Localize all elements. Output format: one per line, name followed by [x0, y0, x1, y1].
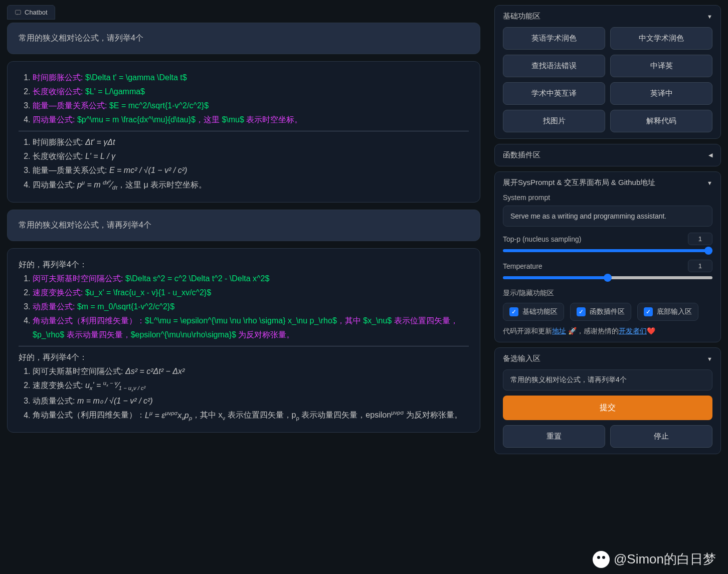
checkbox-item[interactable]: ✓基础功能区	[503, 303, 564, 321]
user-message: 常用的狭义相对论公式，请再列举4个	[7, 210, 480, 241]
panel-title: 函数插件区	[503, 150, 540, 160]
formula-item: 速度变换公式: $u_x' = \frac{u_x - v}{1 - u_xv/…	[33, 286, 469, 300]
panel-plugins-header[interactable]: 函数插件区 ◀	[503, 150, 712, 160]
formula-item: 动质量公式: $m = m_0/\sqrt{1-v^2/c^2}$	[33, 300, 469, 314]
checkbox-item[interactable]: ✓底部输入区	[637, 303, 698, 321]
formula-item: 长度收缩公式: L' = L / γ	[33, 149, 469, 163]
function-button[interactable]: 英译中	[610, 82, 712, 105]
formula-item: 能量—质量关系公式: E = mc² / √(1 − v² / c²)	[33, 163, 469, 177]
function-button[interactable]: 查找语法错误	[503, 55, 605, 77]
function-button[interactable]: 找图片	[503, 110, 605, 132]
function-button[interactable]: 解释代码	[610, 110, 712, 132]
bot-message: 好的，再列举4个： 闵可夫斯基时空间隔公式: $\Delta s^2 = c^2…	[7, 248, 480, 433]
bot-message: 时间膨胀公式: $\Delta t' = \gamma \Delta t$长度收…	[7, 61, 480, 203]
tab-label: Chatbot	[25, 9, 48, 16]
temperature-label: Temperature	[503, 262, 542, 270]
watermark: @Simon的白日梦	[593, 550, 716, 568]
system-prompt-input[interactable]	[503, 206, 712, 227]
formula-item: 四动量公式: pμ = m dxμ⁄dτ，这里 μ 表示时空坐标。	[33, 177, 469, 193]
formula-item: 速度变换公式: ux' = ux − v⁄1 − uxv / c²	[33, 378, 469, 394]
checkbox-icon: ✓	[509, 307, 518, 316]
function-button[interactable]: 学术中英互译	[503, 82, 605, 105]
formula-item: 闵可夫斯基时空间隔公式: $\Delta s^2 = c^2 \Delta t^…	[33, 272, 469, 286]
temperature-value: 1	[688, 260, 712, 272]
panel-sysprompt-header[interactable]: 展开SysPrompt & 交互界面布局 & Github地址 ▼	[503, 178, 712, 187]
chevron-down-icon: ▼	[707, 180, 712, 186]
formula-item: 时间膨胀公式: $\Delta t' = \gamma \Delta t$	[33, 71, 469, 85]
tab-chatbot[interactable]: Chatbot	[7, 5, 55, 20]
function-button[interactable]: 中文学术润色	[610, 27, 712, 50]
credit-line: 代码开源和更新地址 🚀，感谢热情的开发者们❤️	[503, 327, 712, 336]
source-link[interactable]: 地址	[552, 327, 566, 335]
chevron-left-icon: ◀	[708, 152, 712, 158]
checkbox-item[interactable]: ✓函数插件区	[570, 303, 631, 321]
panel-alt-input: 备选输入区 ▼ 提交 重置 停止	[494, 347, 721, 454]
function-button[interactable]: 中译英	[610, 55, 712, 77]
panel-sysprompt: 展开SysPrompt & 交互界面布局 & Github地址 ▼ System…	[494, 171, 721, 342]
stop-button[interactable]: 停止	[610, 425, 712, 448]
panel-title: 备选输入区	[503, 354, 540, 363]
formula-item: 长度收缩公式: $L' = L/\gamma$	[33, 85, 469, 99]
checkbox-icon: ✓	[644, 307, 653, 316]
bot-intro: 好的，再列举4个：	[19, 350, 469, 364]
svg-rect-0	[16, 10, 21, 14]
checkbox-icon: ✓	[577, 307, 586, 316]
bot-intro: 好的，再列举4个：	[19, 258, 469, 272]
submit-button[interactable]: 提交	[503, 396, 712, 420]
chat-icon	[15, 9, 22, 16]
weibo-icon	[593, 551, 610, 568]
panel-title: 基础功能区	[503, 12, 540, 21]
formula-item: 动质量公式: m = m₀ / √(1 − v² / c²)	[33, 394, 469, 408]
user-message: 常用的狭义相对论公式，请列举4个	[7, 23, 480, 54]
top-p-value: 1	[688, 233, 712, 245]
reset-button[interactable]: 重置	[503, 425, 605, 448]
formula-item: 四动量公式: $p^\mu = m \frac{dx^\mu}{d\tau}$，…	[33, 113, 469, 127]
formula-item: 时间膨胀公式: Δt' = γΔt	[33, 135, 469, 149]
alt-input[interactable]	[503, 369, 712, 391]
panel-alt-header[interactable]: 备选输入区 ▼	[503, 354, 712, 363]
panel-title: 展开SysPrompt & 交互界面布局 & Github地址	[503, 178, 655, 187]
formula-item: 角动量公式（利用四维矢量）：$L^\mu = \epsilon^{\mu \nu…	[33, 314, 469, 342]
formula-item: 闵可夫斯基时空间隔公式: Δs² = c²Δt² − Δx²	[33, 364, 469, 378]
top-p-slider[interactable]	[503, 249, 712, 252]
panel-basic-header[interactable]: 基础功能区 ▼	[503, 12, 712, 21]
developers-link[interactable]: 开发者们	[619, 327, 647, 335]
function-button[interactable]: 英语学术润色	[503, 27, 605, 50]
system-prompt-label: System prompt	[503, 194, 712, 202]
toggle-label: 显示/隐藏功能区	[503, 289, 712, 298]
panel-plugins: 函数插件区 ◀	[494, 144, 721, 166]
formula-item: 能量—质量关系公式: $E = mc^2/\sqrt{1-v^2/c^2}$	[33, 99, 469, 113]
top-p-label: Top-p (nucleus sampling)	[503, 235, 581, 243]
panel-basic: 基础功能区 ▼ 英语学术润色中文学术润色查找语法错误中译英学术中英互译英译中找图…	[494, 5, 721, 139]
temperature-slider[interactable]	[503, 276, 712, 279]
chevron-down-icon: ▼	[707, 14, 712, 20]
chevron-down-icon: ▼	[707, 356, 712, 362]
formula-item: 角动量公式（利用四维矢量）：Lμ = εμνρσxνpρ，其中 xν 表示位置四…	[33, 408, 469, 423]
